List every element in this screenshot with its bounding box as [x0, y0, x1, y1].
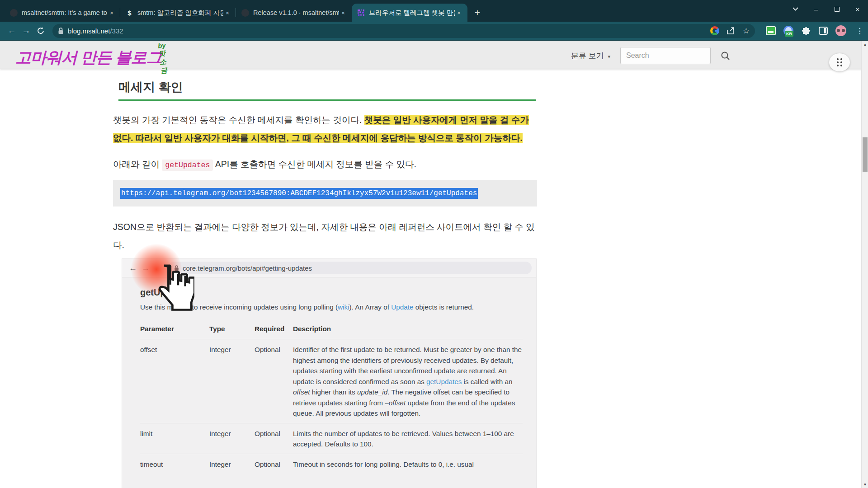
- category-menu[interactable]: 분류 보기 ▾: [571, 51, 610, 61]
- chevron-down-icon: ▾: [608, 54, 610, 59]
- tab-title: smtm: 알고리즘 암호화폐 자동매: [137, 9, 223, 17]
- update-link[interactable]: Update: [391, 303, 413, 311]
- wiki-link[interactable]: wiki: [338, 303, 349, 311]
- offset-description: Identifier of the first update to be ret…: [293, 339, 523, 423]
- close-tab-icon[interactable]: ×: [339, 9, 347, 17]
- tab-title: Release v1.1.0 · msaltnet/smtm: [253, 9, 339, 16]
- translate-kr-icon[interactable]: KR: [783, 26, 793, 36]
- paragraph-getupdates: 아래와 같이 getUpdates API를 호출하면 수신한 메세지 정보를 …: [113, 158, 537, 170]
- scroll-down-icon[interactable]: ▼: [862, 481, 868, 488]
- browser-toolbar: ← → blog.msalt.net /332 ☆ KR ⋮: [0, 22, 868, 41]
- tab-blog-active[interactable]: 브라우저로 텔레그램 챗봇 만들 ×: [352, 4, 467, 22]
- share-icon[interactable]: [726, 27, 736, 35]
- reload-icon[interactable]: [33, 23, 48, 38]
- parameters-table: Parameter Type Required Description offs…: [140, 321, 523, 474]
- page-scrollbar[interactable]: ▲ ▼: [861, 41, 868, 488]
- github-icon: [10, 9, 18, 17]
- tab-github-smtm[interactable]: msaltnet/smtm: It's a game to g ×: [5, 4, 120, 22]
- profile-avatar[interactable]: [835, 25, 846, 36]
- scroll-up-icon[interactable]: ▲: [862, 41, 868, 48]
- paragraph-json: JSON으로 반환되는 결과에는 다양한 정보가 있는데, 자세한 내용은 아래…: [113, 218, 536, 254]
- tab-smtm-repo[interactable]: $ smtm: 알고리즘 암호화폐 자동매 ×: [120, 4, 236, 22]
- address-bar[interactable]: blog.msalt.net /332 ☆: [52, 24, 755, 38]
- inline-code: getUpdates: [162, 160, 213, 171]
- search-input[interactable]: [620, 47, 711, 64]
- bookmark-star-icon[interactable]: ☆: [743, 26, 750, 36]
- browser-tab-bar: msaltnet/smtm: It's a game to g × $ smtm…: [0, 0, 868, 22]
- blog-logo-text: 고마워서 만든 블로그: [15, 48, 161, 66]
- hand-cursor-icon: [149, 262, 194, 313]
- close-tab-icon[interactable]: ×: [223, 9, 231, 17]
- minimize-button[interactable]: –: [806, 0, 826, 18]
- search-icon[interactable]: [721, 51, 730, 61]
- pixel-app-icon: [357, 9, 365, 17]
- article-heading: 메세지 확인: [118, 79, 536, 101]
- close-tab-icon[interactable]: ×: [108, 9, 116, 17]
- tab-release[interactable]: Release v1.1.0 · msaltnet/smtm ×: [236, 4, 352, 22]
- side-panel-icon[interactable]: [819, 27, 828, 35]
- extension-green-icon[interactable]: [766, 26, 776, 35]
- blog-header: 고마워서 만든 블로그 by 맛소금 분류 보기 ▾: [0, 41, 868, 69]
- maximize-button[interactable]: [826, 0, 847, 18]
- dollar-icon: $: [126, 9, 133, 17]
- lock-icon: [58, 28, 64, 34]
- embed-back-icon: ←: [127, 263, 139, 273]
- table-row-limit: limit Integer Optional Limits the number…: [140, 423, 523, 454]
- back-icon[interactable]: ←: [5, 23, 19, 38]
- embed-address-pill: core.telegram.org/bots/api#getting-updat…: [168, 262, 532, 274]
- forward-icon[interactable]: →: [19, 23, 33, 38]
- url-path: /332: [110, 27, 123, 35]
- table-row-timeout: timeout Integer Optional Timeout in seco…: [140, 454, 523, 474]
- embed-url-text: core.telegram.org/bots/api#getting-updat…: [183, 264, 312, 272]
- code-block: https://api.telegram.org/bot1234567890:A…: [113, 180, 537, 206]
- new-tab-button[interactable]: +: [471, 6, 484, 19]
- chrome-menu-kebab-icon[interactable]: ⋮: [856, 26, 863, 36]
- getupdates-link[interactable]: getUpdates: [426, 378, 462, 385]
- tab-search-chevron-icon[interactable]: [785, 0, 806, 18]
- close-tab-icon[interactable]: ×: [455, 9, 463, 17]
- close-window-button[interactable]: ×: [847, 0, 868, 18]
- method-description: Use this method to receive incoming upda…: [140, 302, 507, 313]
- selected-api-url[interactable]: https://api.telegram.org/bot1234567890:A…: [120, 188, 478, 199]
- scrollbar-thumb[interactable]: [863, 137, 868, 172]
- url-host: blog.msalt.net: [68, 27, 110, 35]
- table-header-row: Parameter Type Required Description: [140, 321, 523, 339]
- blog-logo[interactable]: 고마워서 만든 블로그 by 맛소금: [15, 47, 161, 68]
- github-icon: [241, 9, 249, 17]
- tistory-floating-button[interactable]: [829, 53, 850, 71]
- tab-title: 브라우저로 텔레그램 챗봇 만들: [369, 9, 455, 17]
- table-row-offset: offset Integer Optional Identifier of th…: [140, 339, 523, 423]
- paragraph-intro: 챗봇의 가장 기본적인 동작은 수신한 메세지를 확인하는 것이다. 챗봇은 일…: [113, 111, 537, 147]
- dots-icon: [837, 58, 843, 66]
- method-heading: getUpdates: [140, 287, 518, 298]
- tab-title: msaltnet/smtm: It's a game to g: [22, 9, 108, 16]
- extensions-puzzle-icon[interactable]: [801, 26, 811, 36]
- google-icon[interactable]: [710, 26, 719, 35]
